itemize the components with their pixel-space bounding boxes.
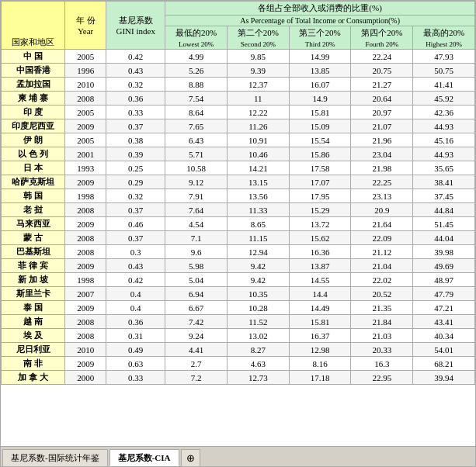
c2-cell: 14.21 [227, 161, 289, 175]
country-cell: 南 非 [2, 357, 65, 371]
c4-cell: 21.35 [351, 301, 413, 315]
c2-cell: 10.28 [227, 301, 289, 315]
c4-cell: 22.95 [351, 371, 413, 385]
c1-cell: 7.91 [165, 189, 228, 203]
gini-cell: 0.33 [106, 371, 165, 385]
c4-cell: 23.04 [351, 147, 413, 161]
c1-cell: 10.58 [165, 161, 228, 175]
table-row: 孟加拉国 2010 0.32 8.88 12.37 16.07 21.27 41… [2, 78, 475, 92]
c4-cell: 22.24 [351, 50, 413, 64]
c1-cell: 7.64 [165, 203, 228, 217]
c2-cell: 10.46 [227, 147, 289, 161]
c5-cell: 40.34 [413, 329, 475, 343]
c3-cell: 15.29 [289, 203, 351, 217]
gini-cell: 0.31 [106, 329, 165, 343]
table-row: 中 国 2005 0.42 4.99 9.85 14.99 22.24 47.9… [2, 50, 475, 64]
country-header: 国家和地区 [2, 2, 65, 50]
c4-cell: 22.09 [351, 231, 413, 245]
c5-cell: 44.84 [413, 203, 475, 217]
c4-cell: 23.13 [351, 189, 413, 203]
gini-cell: 0.39 [106, 147, 165, 161]
gini-cell: 0.25 [106, 161, 165, 175]
year-cell: 2010 [65, 343, 106, 357]
c2-cell: 12.73 [227, 371, 289, 385]
c4-cell: 20.75 [351, 64, 413, 78]
gini-cell: 0.46 [106, 217, 165, 231]
year-cell: 2008 [65, 203, 106, 217]
c1-cell: 7.42 [165, 315, 228, 329]
c3-cell: 16.36 [289, 245, 351, 259]
c1-cell: 4.54 [165, 217, 228, 231]
c4-cell: 21.64 [351, 217, 413, 231]
table-row: 泰 国 2009 0.4 6.67 10.28 14.49 21.35 47.2… [2, 301, 475, 315]
c2-cell: 4.63 [227, 357, 289, 371]
c4-cell: 21.96 [351, 133, 413, 147]
data-table: 国家和地区 年 份 Year 基尼系数 GINI index 各组占全部收入或消… [1, 1, 475, 385]
c5-cell: 43.41 [413, 315, 475, 329]
gini-cell: 0.32 [106, 189, 165, 203]
gini-cell: 0.42 [106, 50, 165, 64]
year-cell: 2009 [65, 301, 106, 315]
country-cell: 以 色 列 [2, 147, 65, 161]
gini-cell: 0.29 [106, 175, 165, 189]
table-row: 斯里兰卡 2007 0.4 6.94 10.35 14.4 20.52 47.7… [2, 287, 475, 301]
col3-header: 第三个20% Third 20% [289, 26, 351, 50]
gini-cell: 0.37 [106, 203, 165, 217]
c1-cell: 7.65 [165, 119, 228, 133]
year-cell: 2009 [65, 357, 106, 371]
c2-cell: 12.94 [227, 245, 289, 259]
c2-cell: 13.02 [227, 329, 289, 343]
table-row: 巴基斯坦 2008 0.3 9.6 12.94 16.36 21.12 39.9… [2, 245, 475, 259]
c5-cell: 51.45 [413, 217, 475, 231]
main-window: 国家和地区 年 份 Year 基尼系数 GINI index 各组占全部收入或消… [0, 0, 476, 467]
year-cell: 1998 [65, 273, 106, 287]
gini-cell: 0.42 [106, 273, 165, 287]
c4-cell: 21.12 [351, 245, 413, 259]
c5-cell: 39.94 [413, 371, 475, 385]
tab-0[interactable]: 基尼系数-国际统计年鉴 [2, 449, 108, 466]
c3-cell: 13.85 [289, 64, 351, 78]
year-cell: 2009 [65, 175, 106, 189]
country-cell: 斯里兰卡 [2, 287, 65, 301]
country-cell: 马来西亚 [2, 217, 65, 231]
add-tab-button[interactable]: ⊕ [181, 449, 200, 466]
table-row: 柬 埔 寨 2008 0.36 7.54 11 14.9 20.64 45.92 [2, 92, 475, 106]
country-cell: 韩 国 [2, 189, 65, 203]
c4-cell: 20.52 [351, 287, 413, 301]
c2-cell: 8.65 [227, 217, 289, 231]
c3-cell: 16.07 [289, 78, 351, 92]
tab-1[interactable]: 基尼系数-CIA [109, 449, 179, 466]
c1-cell: 5.26 [165, 64, 228, 78]
col1-header: 最低的20% Lowest 20% [165, 26, 228, 50]
country-cell: 伊 朗 [2, 133, 65, 147]
c3-cell: 15.54 [289, 133, 351, 147]
table-row: 韩 国 1998 0.32 7.91 13.56 17.95 23.13 37.… [2, 189, 475, 203]
c4-cell: 21.27 [351, 78, 413, 92]
country-cell: 巴基斯坦 [2, 245, 65, 259]
c2-cell: 8.27 [227, 343, 289, 357]
table-row: 南 非 2009 0.63 2.7 4.63 8.16 16.3 68.21 [2, 357, 475, 371]
table-row: 新 加 坡 1998 0.42 5.04 9.42 14.55 22.02 48… [2, 273, 475, 287]
country-cell: 哈萨克斯坦 [2, 175, 65, 189]
year-cell: 2000 [65, 371, 106, 385]
c2-cell: 11.52 [227, 315, 289, 329]
country-cell: 老 挝 [2, 203, 65, 217]
c3-cell: 15.81 [289, 315, 351, 329]
country-cell: 蒙 古 [2, 231, 65, 245]
country-cell: 泰 国 [2, 301, 65, 315]
table-container[interactable]: 国家和地区 年 份 Year 基尼系数 GINI index 各组占全部收入或消… [1, 1, 475, 446]
year-cell: 2007 [65, 287, 106, 301]
year-cell: 2001 [65, 147, 106, 161]
c5-cell: 39.98 [413, 245, 475, 259]
year-cell: 2005 [65, 133, 106, 147]
table-row: 越 南 2008 0.36 7.42 11.52 15.81 21.84 43.… [2, 315, 475, 329]
c1-cell: 5.98 [165, 259, 228, 273]
pct-sub-header: As Percentage of Total Income or Consump… [165, 16, 475, 26]
c2-cell: 13.15 [227, 175, 289, 189]
c1-cell: 4.99 [165, 50, 228, 64]
c5-cell: 49.69 [413, 259, 475, 273]
gini-cell: 0.3 [106, 245, 165, 259]
c4-cell: 22.25 [351, 175, 413, 189]
c4-cell: 21.84 [351, 315, 413, 329]
c2-cell: 12.37 [227, 78, 289, 92]
